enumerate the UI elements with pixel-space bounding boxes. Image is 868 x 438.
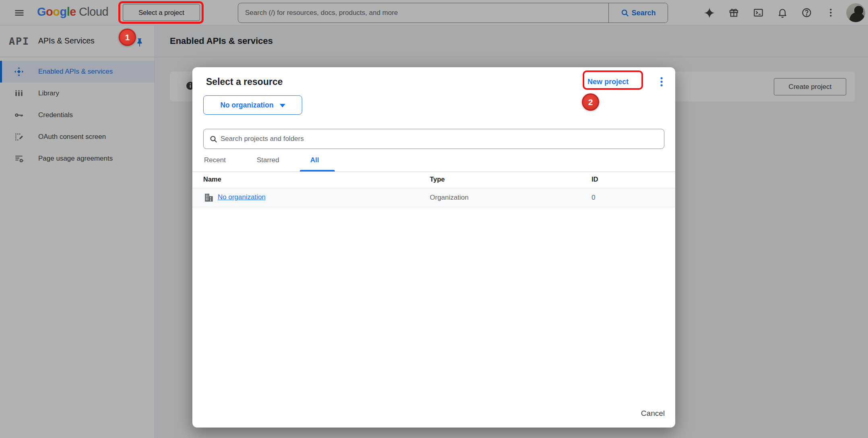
organization-dropdown[interactable]: No organization	[203, 95, 302, 115]
organization-link[interactable]: No organization	[218, 193, 266, 201]
resource-tabs: Recent Starred All	[192, 152, 675, 172]
annotation-step-badge-2: 2	[582, 93, 599, 111]
tab-all[interactable]: All	[310, 156, 319, 164]
row-type-cell: Organization	[430, 194, 468, 202]
organization-dropdown-value: No organization	[220, 101, 273, 110]
organization-building-icon	[204, 192, 214, 205]
cancel-button[interactable]: Cancel	[641, 409, 665, 418]
project-search-bar	[203, 129, 664, 149]
column-header-id: ID	[592, 176, 598, 183]
dialog-title: Select a resource	[206, 76, 283, 87]
more-vert-icon[interactable]	[654, 74, 669, 90]
column-header-type: Type	[430, 176, 445, 183]
annotation-highlight-box-1	[118, 1, 204, 24]
annotation-step-badge-1: 1	[119, 29, 136, 46]
table-row[interactable]: No organization Organization 0	[192, 188, 675, 207]
search-icon	[209, 135, 218, 143]
tab-recent[interactable]: Recent	[204, 156, 226, 164]
project-search-input[interactable]	[218, 135, 664, 143]
chevron-down-icon	[280, 104, 285, 107]
resource-table-header: Name Type ID	[192, 172, 675, 188]
select-resource-dialog: Select a resource New project No organiz…	[192, 67, 675, 428]
tab-starred[interactable]: Starred	[257, 156, 279, 164]
active-tab-indicator	[300, 170, 335, 171]
annotation-highlight-box-2	[583, 70, 643, 90]
row-id-cell: 0	[592, 194, 595, 202]
column-header-name: Name	[203, 176, 221, 183]
